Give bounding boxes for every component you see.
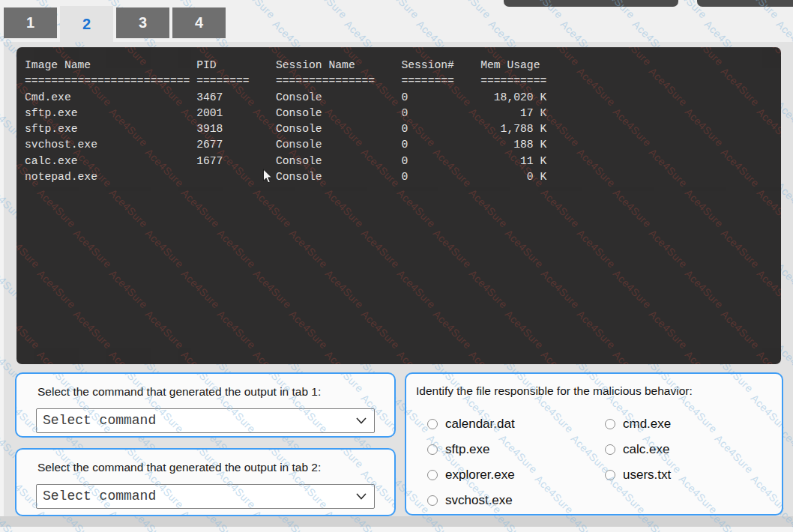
question-tab1-label: Select the command that generated the ou… [37,385,321,399]
radio-option-sftp-exe[interactable]: sftp.exe [421,440,599,459]
page: Ace4SureAce4SureAce4SureAce4SureAce4Sure… [0,0,793,532]
radio-option-calc-exe[interactable]: calc.exe [599,440,771,459]
radio-icon[interactable] [605,419,615,429]
radio-option-label: sftp.exe [445,442,490,457]
malicious-file-label: Identify the file responsible for the ma… [416,384,693,398]
radio-option-users-txt[interactable]: users.txt [599,465,771,485]
command-select-tab2-wrap: Select command [36,484,375,509]
console-pre: Image Name PID Session Name Session# Mem… [25,58,546,185]
radio-option-explorer-exe[interactable]: explorer.exe [421,465,599,485]
malicious-file-options: calendar.dat cmd.exe sftp.exe calc.exe e… [421,414,771,510]
radio-icon[interactable] [427,444,438,455]
console-output: Image Name PID Session Name Session# Mem… [16,47,781,364]
radio-option-label: calc.exe [623,442,669,457]
radio-option-label: users.txt [623,468,671,483]
malicious-file-panel: Identify the file responsible for the ma… [405,372,783,516]
tab-1[interactable]: 1 [4,7,57,38]
radio-option-svchost-exe[interactable]: svchost.exe [421,491,599,510]
radio-option-cmd-exe[interactable]: cmd.exe [599,414,771,434]
question-tab2-label: Select the command that generated the ou… [37,461,321,474]
radio-icon[interactable] [605,470,615,480]
partial-button-left[interactable] [504,0,678,7]
radio-option-calendar-dat[interactable]: calendar.dat [421,414,599,434]
left-margin-strip [0,42,4,527]
tab-4[interactable]: 4 [172,7,226,38]
bottom-light-strip [0,527,793,532]
radio-option-label: svchost.exe [445,493,513,508]
tab-3[interactable]: 3 [116,7,169,38]
command-select-tab1[interactable]: Select command [36,408,375,433]
radio-icon[interactable] [427,470,438,480]
radio-icon[interactable] [427,419,438,429]
radio-icon[interactable] [605,444,615,455]
radio-option-label: cmd.exe [623,417,671,432]
tab-2[interactable]: 2 [60,6,113,42]
partial-button-right[interactable] [697,0,793,7]
question-tab1-panel: Select the command that generated the ou… [15,372,396,438]
tab-bar: 1 2 3 4 [4,7,226,42]
bottom-bar [0,516,793,527]
command-select-tab1-wrap: Select command [36,408,375,433]
radio-option-label: calendar.dat [445,417,515,432]
question-tab2-panel: Select the command that generated the ou… [15,448,396,516]
radio-icon[interactable] [427,495,438,506]
command-select-tab2[interactable]: Select command [36,484,375,509]
radio-option-label: explorer.exe [445,468,515,483]
